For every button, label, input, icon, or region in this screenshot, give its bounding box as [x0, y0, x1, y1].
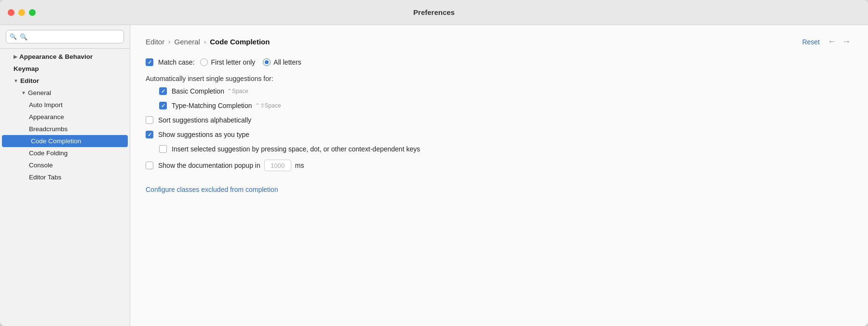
reset-button[interactable]: Reset: [802, 38, 820, 46]
insert-selected-row: Insert selected suggestion by pressing s…: [159, 145, 853, 153]
sidebar-item-label: General: [28, 89, 51, 96]
nav-arrows: ← →: [826, 37, 853, 47]
basic-completion-label: Basic Completion: [172, 87, 224, 95]
radio-first-letter-circle: [200, 58, 208, 66]
all-letters-label: All letters: [273, 58, 301, 66]
doc-popup-content: Show the documentation popup in ms: [158, 160, 304, 171]
sidebar-item-label: Keymap: [14, 65, 39, 72]
type-matching-checkbox[interactable]: [159, 102, 167, 109]
back-button[interactable]: ←: [826, 37, 838, 47]
sidebar-item-code-completion[interactable]: Code Completion: [2, 135, 128, 147]
search-input[interactable]: [6, 30, 124, 43]
type-matching-row: Type-Matching Completion ⌃⇧Space: [159, 102, 853, 109]
preferences-window: Preferences 🔍 ▶ Appearance & Behavior Ke…: [0, 0, 868, 326]
window-controls: [8, 9, 36, 16]
radio-group-case: First letter only All letters: [200, 58, 301, 66]
sort-alphabetically-row: Sort suggestions alphabetically: [146, 116, 853, 124]
insert-selected-label: Insert selected suggestion by pressing s…: [172, 145, 420, 153]
breadcrumb: Editor › General › Code Completion: [146, 38, 270, 46]
match-case-checkbox[interactable]: [146, 58, 153, 66]
type-matching-shortcut: ⌃⇧Space: [255, 102, 281, 109]
sidebar-item-code-folding[interactable]: Code Folding: [0, 147, 130, 159]
show-suggestions-label: Show suggestions as you type: [158, 131, 249, 138]
expand-arrow: ▼: [21, 90, 26, 95]
sidebar-item-label: Editor Tabs: [29, 174, 61, 181]
search-wrapper: 🔍: [6, 30, 124, 43]
match-case-label: Match case:: [158, 58, 194, 66]
sidebar: 🔍 ▶ Appearance & Behavior Keymap ▼ Edito…: [0, 25, 130, 326]
basic-completion-checkbox[interactable]: [159, 87, 167, 95]
sidebar-item-editor-tabs[interactable]: Editor Tabs: [0, 171, 130, 183]
type-matching-label: Type-Matching Completion: [172, 102, 252, 109]
sidebar-item-general[interactable]: ▼ General: [0, 87, 130, 99]
forward-button[interactable]: →: [840, 37, 853, 47]
sidebar-item-label: Code Folding: [29, 149, 68, 157]
breadcrumb-editor: Editor: [146, 38, 164, 46]
first-letter-label: First letter only: [211, 58, 255, 66]
match-case-row: Match case: First letter only All letter…: [146, 58, 853, 66]
maximize-button[interactable]: [29, 9, 36, 16]
main-content: 🔍 ▶ Appearance & Behavior Keymap ▼ Edito…: [0, 25, 868, 326]
window-title: Preferences: [413, 8, 455, 16]
sidebar-item-label: Editor: [20, 77, 39, 84]
sidebar-item-appearance-behavior[interactable]: ▶ Appearance & Behavior: [0, 51, 130, 63]
sidebar-item-label: Breadcrumbs: [29, 125, 68, 133]
sidebar-nav: ▶ Appearance & Behavior Keymap ▼ Editor …: [0, 49, 130, 326]
minimize-button[interactable]: [18, 9, 25, 16]
sidebar-item-auto-import[interactable]: Auto Import: [0, 99, 130, 111]
sidebar-item-label: Appearance & Behavior: [19, 53, 93, 60]
radio-all-letters[interactable]: All letters: [263, 58, 301, 66]
breadcrumb-general: General: [175, 38, 200, 46]
doc-popup-ms-input[interactable]: [264, 160, 291, 171]
sidebar-item-label: Auto Import: [29, 101, 63, 109]
basic-completion-shortcut: ⌃Space: [227, 88, 248, 95]
breadcrumb-bar: Editor › General › Code Completion Reset…: [146, 37, 853, 47]
sidebar-item-label: Console: [29, 162, 53, 169]
sidebar-item-appearance[interactable]: Appearance: [0, 111, 130, 123]
breadcrumb-code-completion: Code Completion: [210, 38, 270, 46]
sort-alphabetically-label: Sort suggestions alphabetically: [158, 116, 251, 124]
configure-link[interactable]: Configure classes excluded from completi…: [146, 186, 853, 193]
show-doc-popup-label: Show the documentation popup in: [158, 162, 260, 169]
sidebar-item-label: Appearance: [29, 113, 64, 121]
close-button[interactable]: [8, 9, 14, 16]
search-icon: 🔍: [10, 33, 17, 40]
show-suggestions-row: Show suggestions as you type: [146, 131, 853, 138]
basic-completion-row: Basic Completion ⌃Space: [159, 87, 853, 95]
search-container: 🔍: [0, 25, 130, 49]
show-doc-popup-row: Show the documentation popup in ms: [146, 160, 853, 171]
sidebar-item-keymap[interactable]: Keymap: [0, 63, 130, 75]
breadcrumb-chevron-1: ›: [168, 38, 170, 45]
radio-all-letters-circle: [263, 58, 271, 66]
expand-arrow: ▶: [14, 54, 17, 59]
sort-alphabetically-checkbox[interactable]: [146, 116, 153, 124]
show-doc-popup-checkbox[interactable]: [146, 162, 153, 169]
breadcrumb-actions: Reset ← →: [802, 37, 853, 47]
expand-arrow: ▼: [14, 78, 18, 83]
radio-first-letter[interactable]: First letter only: [200, 58, 255, 66]
titlebar: Preferences: [0, 0, 868, 25]
sidebar-item-breadcrumbs[interactable]: Breadcrumbs: [0, 123, 130, 135]
ms-label: ms: [295, 162, 304, 169]
insert-selected-checkbox[interactable]: [159, 145, 167, 153]
show-suggestions-checkbox[interactable]: [146, 131, 153, 138]
breadcrumb-chevron-2: ›: [204, 38, 206, 45]
sidebar-item-editor[interactable]: ▼ Editor: [0, 75, 130, 87]
sidebar-item-console[interactable]: Console: [0, 159, 130, 171]
content-panel: Editor › General › Code Completion Reset…: [130, 25, 868, 326]
auto-insert-label: Automatically insert single suggestions …: [146, 75, 853, 82]
sidebar-item-label: Code Completion: [31, 137, 81, 145]
